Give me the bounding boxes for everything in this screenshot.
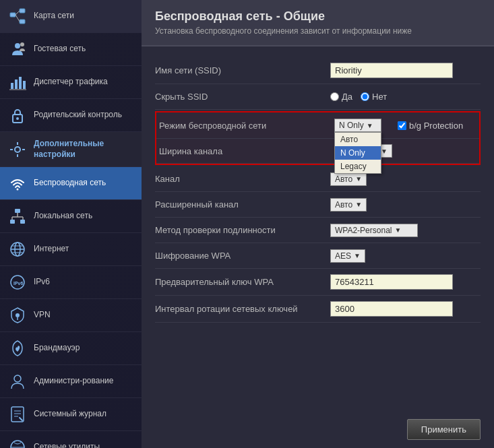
sidebar-item-traffic[interactable]: Диспетчер трафика <box>0 66 142 99</box>
auth-method-arrow: ▼ <box>394 226 401 234</box>
vpn-icon <box>8 306 27 325</box>
main-content: Беспроводная сеть - Общие Установка бесп… <box>142 0 494 448</box>
svg-rect-1 <box>20 9 25 13</box>
internet-icon <box>8 240 27 259</box>
wireless-mode-popup: Авто N Only Legacy <box>334 132 381 174</box>
ssid-label: Имя сети (SSID) <box>155 65 330 75</box>
hide-ssid-yes-radio[interactable] <box>330 92 339 101</box>
key-interval-input[interactable] <box>330 301 453 317</box>
channel-value: Авто ▼ <box>330 172 481 186</box>
wpa-key-value <box>330 274 481 290</box>
sidebar-item-advanced[interactable]: Дополнительные настройки <box>0 132 142 167</box>
bg-protection-checkbox[interactable] <box>398 121 406 130</box>
page-header: Беспроводная сеть - Общие Установка бесп… <box>142 0 494 46</box>
svg-rect-22 <box>20 220 25 224</box>
channel-arrow: ▼ <box>355 175 362 183</box>
svg-rect-2 <box>20 20 25 24</box>
hide-ssid-no[interactable]: Нет <box>361 92 387 102</box>
auth-method-value: WPA2-Personal ▼ <box>330 224 481 237</box>
sidebar-item-syslog[interactable]: Системный журнал <box>0 398 142 431</box>
svg-rect-0 <box>10 13 16 17</box>
sidebar-item-internet[interactable]: Интернет <box>0 233 142 266</box>
wireless-mode-option-auto[interactable]: Авто <box>335 133 381 146</box>
sidebar: Карта сети Гостевая сеть Диспетчер трафи… <box>0 0 142 448</box>
wpa-encrypt-label: Шифрование WPA <box>155 251 330 261</box>
sidebar-item-network-map[interactable]: Карта сети <box>0 0 142 33</box>
sidebar-item-firewall[interactable]: Брандмауэр <box>0 332 142 365</box>
ext-channel-arrow: ▼ <box>355 201 362 208</box>
sidebar-label-admin: Администри-рование <box>34 376 113 387</box>
sidebar-label-parental: Родительский контроль <box>34 110 122 121</box>
svg-rect-8 <box>15 79 18 89</box>
sidebar-label-wireless: Беспроводная сеть <box>34 178 106 189</box>
auth-method-selected: WPA2-Personal <box>335 226 392 235</box>
sidebar-label-local: Локальная сеть <box>34 211 92 222</box>
svg-rect-9 <box>19 77 22 89</box>
sidebar-item-utils[interactable]: Сетевые утилиты <box>0 431 142 448</box>
local-network-icon <box>8 207 27 226</box>
sidebar-item-admin[interactable]: Администри-рование <box>0 365 142 398</box>
wireless-mode-arrow: ▼ <box>367 122 373 129</box>
sidebar-label-traffic: Диспетчер трафика <box>34 77 108 88</box>
channel-selected: Авто <box>335 174 352 184</box>
svg-line-3 <box>16 11 20 15</box>
channel-width-row: Ширина канала 20/40 MHz ▼ <box>156 138 479 164</box>
sidebar-label-advanced: Дополнительные настройки <box>34 139 133 160</box>
channel-width-arrow: ▼ <box>381 148 388 155</box>
svg-point-14 <box>15 147 20 152</box>
svg-point-19 <box>17 189 19 191</box>
channel-label: Канал <box>155 174 330 184</box>
ext-channel-value: Авто ▼ <box>330 198 481 212</box>
hide-ssid-yes[interactable]: Да <box>330 92 352 102</box>
wireless-mode-dropdown-container: N Only ▼ Авто N Only Legacy <box>334 119 381 132</box>
svg-point-36 <box>14 375 21 382</box>
wireless-mode-highlight: Режим беспроводной сети N Only ▼ Авто N … <box>155 111 481 165</box>
wireless-mode-option-nonly[interactable]: N Only <box>335 146 381 160</box>
sidebar-item-guest-network[interactable]: Гостевая сеть <box>0 33 142 66</box>
wireless-mode-option-legacy[interactable]: Legacy <box>335 160 381 173</box>
ext-channel-dropdown[interactable]: Авто ▼ <box>330 198 367 212</box>
auth-method-label: Метод проверки подлинности <box>155 225 330 235</box>
ext-channel-row: Расширенный канал Авто ▼ <box>155 192 481 218</box>
wpa-key-row: Предварительный ключ WPA <box>155 269 481 296</box>
ext-channel-selected: Авто <box>335 200 352 210</box>
wpa-key-input[interactable] <box>330 274 453 290</box>
wireless-mode-value: N Only ▼ Авто N Only Legacy b/g Pr <box>334 119 476 132</box>
hide-ssid-value: Да Нет <box>330 92 481 102</box>
channel-dropdown[interactable]: Авто ▼ <box>330 172 367 186</box>
network-map-icon <box>8 7 27 26</box>
ssid-row: Имя сети (SSID) <box>155 57 481 84</box>
sidebar-item-vpn[interactable]: VPN <box>0 299 142 332</box>
wireless-mode-dropdown[interactable]: N Only ▼ <box>334 119 381 132</box>
traffic-icon <box>8 73 27 92</box>
svg-text:IPv6: IPv6 <box>13 281 24 286</box>
bg-protection-text: b/g Protection <box>409 121 463 131</box>
sidebar-item-wireless[interactable]: Беспроводная сеть <box>0 167 142 200</box>
hide-ssid-label: Скрыть SSID <box>155 92 330 102</box>
wpa-encrypt-selected: AES <box>335 251 351 261</box>
svg-point-34 <box>16 313 20 317</box>
channel-width-label: Ширина канала <box>159 146 334 156</box>
apply-button[interactable]: Применить <box>407 419 481 440</box>
parental-icon <box>8 106 27 125</box>
wifi-icon <box>8 174 27 193</box>
wpa-key-label: Предварительный ключ WPA <box>155 277 330 287</box>
wireless-mode-label: Режим беспроводной сети <box>159 121 334 131</box>
guest-network-icon <box>8 40 27 59</box>
bg-protection-label[interactable]: b/g Protection <box>398 121 463 131</box>
sidebar-item-local[interactable]: Локальная сеть <box>0 200 142 233</box>
sidebar-label-internet: Интернет <box>34 244 69 255</box>
svg-point-5 <box>15 43 20 49</box>
wpa-encrypt-dropdown[interactable]: AES ▼ <box>330 249 365 263</box>
hide-ssid-no-radio[interactable] <box>361 92 369 101</box>
apply-row: Применить <box>142 411 494 448</box>
channel-row: Канал Авто ▼ <box>155 166 481 192</box>
ssid-input[interactable] <box>330 63 453 78</box>
svg-rect-10 <box>23 81 26 89</box>
svg-rect-20 <box>15 209 20 213</box>
sidebar-item-parental[interactable]: Родительский контроль <box>0 99 142 132</box>
sidebar-item-ipv6[interactable]: IPv6 IPv6 <box>0 266 142 299</box>
svg-rect-7 <box>11 83 13 89</box>
advanced-icon <box>8 140 27 159</box>
auth-method-dropdown[interactable]: WPA2-Personal ▼ <box>330 224 418 237</box>
